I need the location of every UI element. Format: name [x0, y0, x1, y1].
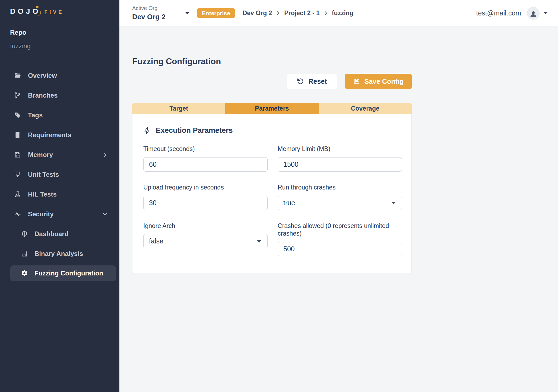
bar-chart-icon	[21, 250, 28, 257]
section-title: Execution Parameters	[156, 126, 233, 135]
sidebar-divider	[0, 58, 119, 58]
folder-open-icon	[14, 72, 21, 79]
sidebar-item-label: Binary Analysis	[34, 250, 83, 258]
sidebar-item-security[interactable]: Security	[0, 204, 119, 224]
lightning-icon	[143, 127, 151, 134]
sidebar: DOJO FIVE Repo fuzzing Overview Branches…	[0, 0, 119, 392]
sidebar-item-binary-analysis[interactable]: Binary Analysis	[0, 244, 119, 264]
person-icon	[529, 10, 537, 18]
config-actions: Reset Save Config	[132, 74, 412, 89]
field-upload-frequency: Upload frequency in seconds	[143, 184, 268, 210]
select-caret-icon	[391, 202, 396, 204]
breadcrumb-org[interactable]: Dev Org 2	[243, 9, 272, 17]
sidebar-nav: Overview Branches Tags Requirements Memo	[0, 66, 119, 281]
sidebar-item-unit-tests[interactable]: Unit Tests	[0, 165, 119, 184]
ignore-arch-label: Ignore Arch	[143, 222, 268, 230]
active-org-label: Active Org	[132, 5, 166, 11]
crashes-allowed-label: Crashes allowed (0 represents unlimited …	[278, 222, 402, 238]
reset-button[interactable]: Reset	[287, 74, 337, 89]
breadcrumb-project[interactable]: Project 2 - 1	[284, 9, 319, 17]
chevron-right-icon	[323, 11, 328, 16]
shield-icon	[21, 230, 28, 237]
sidebar-item-requirements[interactable]: Requirements	[0, 125, 119, 145]
field-timeout: Timeout (seconds)	[143, 145, 268, 172]
plan-badge[interactable]: Enterprise	[197, 8, 235, 18]
tag-icon	[14, 112, 21, 119]
book-icon	[14, 131, 21, 139]
sidebar-item-label: Unit Tests	[28, 171, 59, 178]
sidebar-item-label: Tags	[28, 111, 43, 119]
active-org-value: Dev Org 2	[132, 13, 166, 21]
field-ignore-arch: Ignore Arch false	[143, 222, 268, 249]
tab-target[interactable]: Target	[132, 103, 225, 114]
execution-parameters-card: Execution Parameters Timeout (seconds) M…	[132, 114, 412, 274]
sidebar-item-tags[interactable]: Tags	[0, 105, 119, 125]
repo-name[interactable]: fuzzing	[10, 42, 109, 50]
git-branch-icon	[14, 92, 21, 99]
chevron-right-icon	[102, 152, 108, 158]
user-email: test@mail.com	[476, 9, 521, 17]
chevron-right-icon	[275, 11, 281, 16]
reset-icon	[297, 78, 304, 85]
field-run-through-crashes: Run through crashes true	[278, 184, 402, 210]
config-tabs: Target Parameters Coverage	[132, 103, 412, 114]
flask-icon	[14, 191, 21, 198]
sidebar-item-branches[interactable]: Branches	[0, 85, 119, 105]
user-avatar[interactable]	[527, 7, 540, 20]
memory-limit-label: Memory Limit (MB)	[278, 145, 402, 153]
org-dropdown-caret-icon[interactable]	[185, 12, 189, 14]
field-memory-limit: Memory Limit (MB)	[278, 145, 402, 172]
sidebar-item-label: Security	[28, 210, 54, 218]
main-content: Fuzzing Configuration Reset Save Config …	[119, 26, 558, 392]
sidebar-item-hil-tests[interactable]: HIL Tests	[0, 184, 119, 204]
gear-icon	[21, 270, 28, 277]
chevron-down-icon	[102, 211, 108, 217]
upload-frequency-input[interactable]	[143, 196, 268, 210]
user-menu-caret-icon[interactable]	[543, 12, 548, 14]
brand-logo[interactable]: DOJO FIVE	[10, 7, 109, 16]
timeout-input[interactable]	[143, 157, 268, 172]
field-crashes-allowed: Crashes allowed (0 represents unlimited …	[278, 222, 402, 256]
save-icon	[353, 78, 360, 85]
memory-limit-input[interactable]	[278, 157, 402, 172]
top-header: Active Org Dev Org 2 Enterprise Dev Org …	[119, 0, 558, 26]
sidebar-item-label: Fuzzing Configuration	[34, 269, 103, 277]
sidebar-item-overview[interactable]: Overview	[0, 66, 119, 85]
sidebar-item-label: Branches	[28, 92, 58, 99]
sidebar-item-label: Overview	[28, 72, 57, 79]
breadcrumb-repo[interactable]: fuzzing	[332, 9, 353, 17]
sidebar-item-dashboard[interactable]: Dashboard	[0, 224, 119, 244]
save-config-button-label: Save Config	[364, 78, 404, 85]
tab-parameters[interactable]: Parameters	[225, 103, 318, 114]
tab-coverage[interactable]: Coverage	[319, 103, 412, 114]
save-config-button[interactable]: Save Config	[345, 74, 412, 89]
repo-section-label: Repo	[10, 29, 109, 36]
timeout-label: Timeout (seconds)	[143, 145, 268, 153]
floppy-disk-icon	[14, 151, 21, 158]
active-org-selector[interactable]: Active Org Dev Org 2	[132, 5, 166, 21]
parameters-form: Timeout (seconds) Memory Limit (MB) Uplo…	[143, 145, 401, 256]
unit-tests-icon	[14, 171, 21, 178]
run-through-crashes-select[interactable]: true	[278, 196, 402, 210]
select-caret-icon	[257, 240, 261, 243]
run-through-crashes-label: Run through crashes	[278, 184, 402, 191]
brand-logo-dot	[36, 6, 39, 8]
ignore-arch-select[interactable]: false	[143, 234, 268, 248]
reset-button-label: Reset	[308, 78, 327, 85]
page-title: Fuzzing Configuration	[132, 57, 412, 66]
sidebar-item-label: Dashboard	[34, 230, 68, 238]
ignore-arch-value: false	[149, 237, 163, 245]
sidebar-item-label: Memory	[28, 151, 53, 159]
sidebar-item-label: HIL Tests	[28, 191, 57, 198]
pulse-icon	[14, 211, 21, 218]
sidebar-item-memory[interactable]: Memory	[0, 145, 119, 165]
sidebar-item-fuzzing-configuration[interactable]: Fuzzing Configuration	[10, 265, 116, 281]
brand-logo-secondary: FIVE	[45, 9, 64, 15]
run-through-crashes-value: true	[283, 199, 295, 207]
upload-frequency-label: Upload frequency in seconds	[143, 184, 268, 191]
breadcrumb: Dev Org 2 Project 2 - 1 fuzzing	[243, 9, 353, 17]
crashes-allowed-input[interactable]	[278, 242, 402, 256]
sidebar-item-label: Requirements	[28, 131, 71, 139]
